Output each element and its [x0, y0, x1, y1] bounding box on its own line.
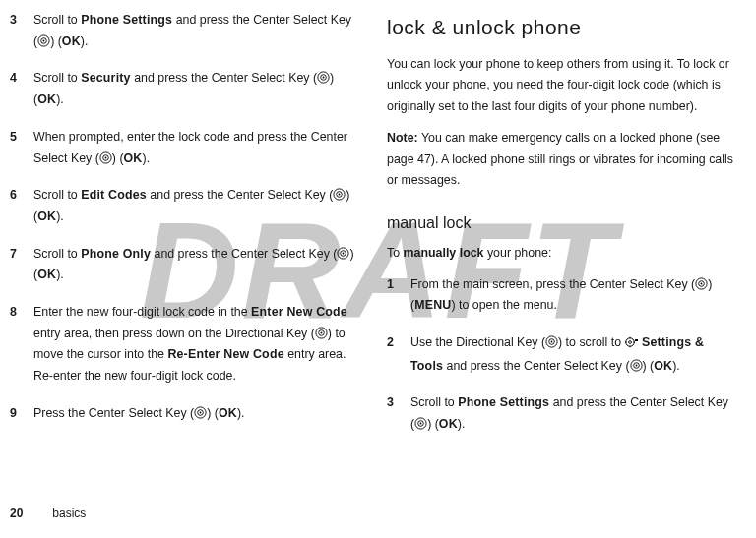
svg-point-23 — [701, 282, 703, 284]
text: ) to open the menu. — [451, 298, 556, 312]
directional-key-icon — [545, 335, 558, 348]
text: and press the Center Select Key ( — [131, 71, 317, 85]
text: and press the Center Select Key ( — [443, 359, 629, 373]
step-number: 3 — [10, 10, 33, 52]
text: and press the Center Select Key ( — [147, 188, 333, 202]
settings-tools-icon — [625, 334, 639, 356]
key-label: MENU — [414, 298, 451, 312]
term: Phone Only — [81, 247, 151, 261]
right-step-2: 2 Use the Directional Key () to scroll t… — [387, 332, 734, 377]
center-select-icon — [695, 277, 708, 290]
center-select-icon — [99, 151, 112, 164]
text: and press the Center Select Key ( — [151, 247, 337, 261]
text: From the main screen, press the Center S… — [410, 277, 695, 291]
term: Security — [81, 71, 131, 85]
key-label: OK — [37, 209, 56, 223]
step-number: 7 — [10, 244, 33, 286]
svg-point-35 — [635, 364, 637, 366]
directional-key-icon — [315, 327, 328, 339]
center-select-icon — [317, 71, 330, 84]
step-5: 5 When prompted, enter the lock code and… — [10, 127, 357, 169]
text: ) ( — [50, 34, 62, 48]
svg-point-20 — [200, 411, 202, 413]
center-select-icon — [37, 34, 50, 47]
step-number: 6 — [10, 185, 33, 227]
step-9: 9 Press the Center Select Key () (OK). — [10, 403, 357, 425]
step-number: 2 — [387, 332, 410, 377]
text: ) ( — [427, 417, 439, 431]
subsection-heading: manual lock — [387, 209, 734, 237]
center-select-icon — [194, 406, 207, 419]
text: Scroll to — [410, 395, 458, 409]
key-label: OK — [654, 359, 672, 373]
step-body: Scroll to Phone Only and press the Cente… — [33, 244, 357, 286]
text: ). — [81, 34, 89, 48]
svg-point-8 — [104, 156, 106, 158]
text: ). — [143, 151, 151, 165]
section-heading: lock & unlock phone — [387, 10, 734, 46]
term: Phone Settings — [81, 13, 172, 27]
text: When prompted, enter the lock code and p… — [33, 130, 347, 165]
text: ) to scroll to — [558, 335, 624, 349]
step-number: 5 — [10, 127, 33, 169]
term: Enter New Code — [251, 305, 347, 319]
intro-paragraph: You can lock your phone to keep others f… — [387, 54, 734, 118]
center-select-icon — [630, 359, 643, 372]
step-number: 1 — [387, 274, 410, 317]
text: To — [387, 246, 404, 260]
note-paragraph: Note: You can make emergency calls on a … — [387, 128, 734, 192]
step-number: 3 — [387, 392, 410, 435]
text: ). — [458, 417, 466, 431]
left-column: 3 Scroll to Phone Settings and press the… — [10, 10, 357, 451]
step-body: When prompted, enter the lock code and p… — [33, 127, 357, 169]
key-label: OK — [37, 92, 56, 106]
step-body: Scroll to Edit Codes and press the Cente… — [33, 185, 357, 227]
svg-point-11 — [339, 194, 341, 196]
center-select-icon — [337, 247, 349, 260]
step-8: 8 Enter the new four-digit lock code in … — [10, 302, 357, 388]
text: ). — [672, 359, 680, 373]
step-3: 3 Scroll to Phone Settings and press the… — [10, 10, 357, 52]
text: ). — [56, 92, 64, 106]
key-label: OK — [37, 268, 56, 281]
text: Scroll to — [33, 71, 81, 85]
key-label: OK — [124, 151, 143, 165]
page-columns: 3 Scroll to Phone Settings and press the… — [0, 0, 756, 451]
page-footer: 20basics — [10, 504, 86, 524]
bold-term: manually lock — [404, 246, 484, 260]
step-number: 4 — [10, 68, 33, 110]
step-body: Press the Center Select Key () (OK). — [33, 403, 357, 425]
step-body: Scroll to Phone Settings and press the C… — [33, 10, 357, 52]
text: ). — [56, 209, 64, 223]
text: ). — [237, 406, 245, 420]
center-select-icon — [333, 188, 346, 201]
right-step-1: 1 From the main screen, press the Center… — [387, 274, 734, 317]
svg-point-14 — [343, 252, 345, 254]
text: Scroll to — [33, 13, 81, 27]
section-name: basics — [52, 507, 86, 520]
svg-point-2 — [43, 39, 45, 41]
text: Press the Center Select Key ( — [33, 406, 194, 420]
step-body: Scroll to Phone Settings and press the C… — [410, 392, 734, 435]
step-body: Use the Directional Key () to scroll to … — [410, 332, 734, 377]
text: Use the Directional Key ( — [410, 335, 545, 349]
right-step-3: 3 Scroll to Phone Settings and press the… — [387, 392, 734, 435]
right-column: lock & unlock phone You can lock your ph… — [387, 10, 734, 451]
text: ) ( — [643, 359, 655, 373]
svg-point-28 — [628, 341, 631, 344]
page-number: 20 — [10, 507, 23, 520]
step-number: 8 — [10, 302, 33, 388]
text: ) ( — [112, 151, 124, 165]
term: Phone Settings — [458, 395, 549, 409]
text: ). — [56, 268, 64, 281]
step-body: From the main screen, press the Center S… — [410, 274, 734, 317]
text: Enter the new four-digit lock code in th… — [33, 305, 251, 319]
key-label: OK — [439, 417, 458, 431]
text: Scroll to — [33, 188, 81, 202]
term: Re-Enter New Code — [167, 347, 284, 361]
step-7: 7 Scroll to Phone Only and press the Cen… — [10, 244, 357, 286]
key-label: OK — [62, 34, 81, 48]
text: Scroll to — [33, 247, 81, 261]
step-4: 4 Scroll to Security and press the Cente… — [10, 68, 357, 110]
text: ) ( — [207, 406, 219, 420]
